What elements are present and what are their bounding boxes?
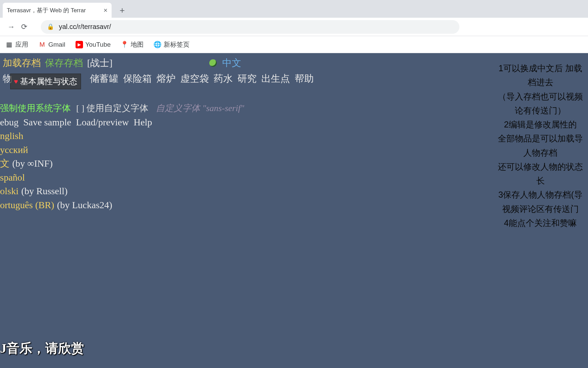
address-bar: → ⟳ 🔒 yal.cc/r/terrasavr/ bbox=[0, 18, 588, 36]
side-line: 视频评论区有传送门 bbox=[493, 202, 588, 216]
lang-chinese[interactable]: 文 bbox=[0, 157, 10, 171]
youtube-icon: ▶ bbox=[76, 41, 83, 48]
close-tab-icon[interactable]: × bbox=[103, 6, 108, 14]
tab-research[interactable]: 研究 bbox=[238, 72, 257, 85]
tooltip-text: 基本属性与状态 bbox=[20, 76, 77, 87]
bookmark-label: 地图 bbox=[131, 40, 144, 49]
side-line: 全部物品是可以加载导 bbox=[493, 132, 588, 145]
lang-by: (by Russell) bbox=[21, 184, 67, 198]
tab-voidbag[interactable]: 虚空袋 bbox=[180, 72, 209, 85]
lang-portuguese[interactable]: ortuguês (BR) bbox=[0, 198, 54, 212]
custom-font-checkbox[interactable]: [ ] 使用自定义字体 bbox=[76, 102, 148, 114]
lang-polish[interactable]: olski bbox=[0, 184, 18, 198]
custom-font-name: 自定义字体 "sans-serif" bbox=[156, 102, 244, 114]
lang-by: (by ∞INF) bbox=[12, 157, 53, 171]
menu-load-preview[interactable]: Load/preview bbox=[76, 117, 129, 128]
subtitle-overlay: J音乐，请欣赏 bbox=[0, 340, 84, 357]
url-field[interactable]: 🔒 yal.cc/r/terrasavr/ bbox=[41, 20, 459, 34]
globe-icon: 🌐 bbox=[154, 41, 161, 48]
bookmark-youtube[interactable]: ▶ YouTube bbox=[71, 39, 115, 50]
side-line: 1可以换成中文后 加载 bbox=[493, 61, 588, 75]
tab-bar: Terrasavr，基于 Web 的 Terrar × + bbox=[0, 0, 588, 18]
tab-title: Terrasavr，基于 Web 的 Terrar bbox=[7, 6, 86, 14]
tab-spawn[interactable]: 出生点 bbox=[261, 72, 290, 85]
bookmark-newtab[interactable]: 🌐 新标签页 bbox=[150, 38, 194, 51]
tab-help[interactable]: 帮助 bbox=[295, 72, 314, 85]
side-line: 4能点个关注和赞嘛 bbox=[493, 216, 588, 230]
menu-help[interactable]: Help bbox=[134, 117, 152, 128]
lang-spanish[interactable]: spañol bbox=[0, 171, 25, 185]
apps-icon: ▦ bbox=[5, 41, 13, 48]
globe-icon bbox=[209, 59, 217, 67]
forward-button[interactable]: → bbox=[5, 20, 18, 33]
lang-english[interactable]: nglish bbox=[0, 129, 23, 143]
side-line: 档进去 bbox=[493, 75, 588, 89]
language-selector[interactable]: 中文 bbox=[222, 57, 241, 70]
force-system-font[interactable]: 强制使用系统字体 bbox=[0, 102, 71, 114]
tab-piggy[interactable]: 储蓄罐 bbox=[90, 72, 118, 85]
side-annotation: 1可以换成中文后 加载 档进去 （导入存档也可以视频 论有传送门） 2编辑是修改… bbox=[493, 61, 588, 230]
side-line: 还可以修改人物的状态 bbox=[493, 160, 588, 174]
lang-russian[interactable]: усский bbox=[0, 143, 28, 157]
lang-by: (by Luckas24) bbox=[57, 198, 112, 212]
heart-icon: ♥ bbox=[14, 78, 18, 86]
menu-debug[interactable]: ebug bbox=[0, 117, 18, 128]
side-line: 3保存人物人物存档(导 bbox=[493, 188, 588, 202]
side-line: 人物存档 bbox=[493, 146, 588, 160]
browser-tab[interactable]: Terrasavr，基于 Web 的 Terrar × bbox=[3, 3, 112, 18]
tab-safe[interactable]: 保险箱 bbox=[123, 72, 152, 85]
class-label: [战士] bbox=[87, 57, 113, 70]
bookmark-label: 新标签页 bbox=[164, 40, 190, 49]
tab-potion[interactable]: 药水 bbox=[214, 72, 233, 85]
side-line: 论有传送门） bbox=[493, 104, 588, 118]
menu-save-sample[interactable]: Save sample bbox=[23, 117, 71, 128]
reload-button[interactable]: ⟳ bbox=[18, 20, 31, 33]
maps-icon: 📍 bbox=[121, 41, 128, 48]
load-save-link[interactable]: 加载存档 bbox=[3, 57, 41, 70]
side-line: （导入存档也可以视频 bbox=[493, 90, 588, 104]
gmail-icon: M bbox=[38, 41, 46, 48]
new-tab-button[interactable]: + bbox=[116, 4, 128, 16]
url-text: yal.cc/r/terrasavr/ bbox=[59, 23, 111, 31]
tab-forge[interactable]: 熔炉 bbox=[157, 72, 176, 85]
bookmark-apps[interactable]: ▦ 应用 bbox=[1, 38, 32, 51]
bookmark-maps[interactable]: 📍 地图 bbox=[117, 38, 148, 51]
bookmarks-bar: ▦ 应用 M Gmail ▶ YouTube 📍 地图 🌐 新标签页 bbox=[0, 36, 588, 53]
side-line: 长 bbox=[493, 174, 588, 188]
bookmark-label: 应用 bbox=[15, 40, 28, 49]
bookmark-label: YouTube bbox=[85, 41, 111, 48]
tooltip: ♥ 基本属性与状态 bbox=[10, 74, 81, 89]
bookmark-gmail[interactable]: M Gmail bbox=[34, 39, 69, 50]
side-line: 2编辑是修改属性的 bbox=[493, 118, 588, 132]
lock-icon: 🔒 bbox=[47, 23, 54, 30]
bookmark-label: Gmail bbox=[48, 41, 65, 48]
save-save-link[interactable]: 保存存档 bbox=[45, 57, 83, 70]
